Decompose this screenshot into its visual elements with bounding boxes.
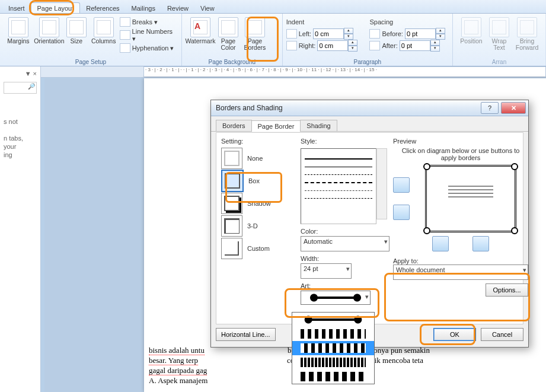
dialog-tabs: Borders Page Border Shading (211, 116, 528, 132)
nav-search-input[interactable] (4, 82, 37, 94)
style-scrollbar[interactable] (376, 148, 387, 219)
setting-custom[interactable]: Custom (221, 237, 296, 260)
indent-right-icon (286, 41, 297, 50)
page-borders-icon (245, 17, 265, 37)
art-option-icon (301, 329, 366, 339)
preview-hint: Click on diagram below or use buttons to… (393, 147, 528, 161)
art-option-icon (301, 358, 366, 367)
indent-right-input[interactable] (317, 40, 348, 51)
position-button: Position (456, 15, 486, 51)
horizontal-ruler[interactable]: · 3 · | · 2 · | · 1 · | · · | · 1 · | · … (143, 66, 546, 77)
page-color-icon (218, 17, 238, 37)
bring-forward-button: Bring Forward (512, 15, 542, 51)
dialog-title: Borders and Shading (216, 104, 283, 112)
columns-button[interactable]: Columns (89, 15, 119, 54)
preview-right-button[interactable] (472, 236, 489, 251)
tab-view[interactable]: View (194, 3, 221, 13)
indent-left-icon (286, 29, 297, 39)
gear-art-icon (307, 294, 364, 302)
tab-page-layout[interactable]: Page Layout (31, 2, 81, 13)
wrap-text-button: Wrap Text (487, 15, 511, 51)
art-option-icon (301, 372, 366, 381)
box-icon (221, 170, 244, 192)
tab-shading[interactable]: Shading (300, 120, 337, 131)
shadow-icon (221, 193, 242, 214)
setting-box[interactable]: Box (221, 170, 296, 192)
group-label-arrange: Arran (453, 59, 545, 65)
spacing-before-icon (369, 29, 380, 39)
hyphenation-button[interactable]: Hyphenation ▾ (120, 42, 178, 54)
preview-bottom-button[interactable] (393, 205, 410, 220)
style-column: Style: Color: Automatic Width: 24 pt Art… (301, 138, 388, 319)
threeD-icon (221, 215, 242, 237)
art-label: Art: (301, 282, 311, 289)
apply-to-combo[interactable]: Whole document (393, 264, 528, 280)
margins-button[interactable]: Margins (4, 15, 33, 54)
spacing-before-input[interactable] (405, 28, 436, 39)
spin-down[interactable]: ▾ (344, 34, 353, 40)
breaks-button[interactable]: Breaks ▾ (120, 16, 178, 28)
size-button[interactable]: Size (65, 15, 88, 54)
preview-page[interactable] (425, 165, 516, 232)
setting-shadow[interactable]: Shadow (221, 192, 296, 215)
spin-up[interactable]: ▴ (344, 28, 353, 34)
preview-left-button[interactable] (432, 236, 449, 251)
watermark-button[interactable]: AWatermark (186, 15, 215, 51)
tab-mailings[interactable]: Mailings (126, 3, 161, 13)
spacing-after-input[interactable] (400, 40, 430, 51)
tab-page-border[interactable]: Page Border (251, 120, 301, 132)
preview-top-button[interactable] (393, 177, 410, 193)
tab-insert[interactable]: Insert (2, 3, 31, 13)
spacing-before-label: Before: (382, 30, 403, 37)
setting-none[interactable]: None (221, 147, 296, 170)
width-combo[interactable]: 24 pt (301, 263, 352, 279)
hyphenation-icon (120, 43, 130, 53)
art-dropdown-list[interactable] (292, 312, 375, 384)
art-combo[interactable] (301, 291, 371, 305)
navigation-pane: ▼ × s notn tabs, your ing (0, 66, 41, 392)
horizontal-line-button[interactable]: Horizontal Line... (216, 328, 276, 341)
watermark-icon: A (190, 17, 210, 37)
group-label-paragraph: Paragraph (283, 59, 452, 65)
indent-left-input[interactable] (313, 28, 344, 39)
setting-label: Setting: (221, 138, 296, 145)
ok-button[interactable]: OK (433, 328, 476, 341)
margins-icon (8, 17, 28, 37)
nav-message: s notn tabs, your ing (4, 117, 37, 159)
forward-icon (517, 17, 537, 37)
nav-close-button[interactable]: ▼ × (25, 70, 37, 77)
line-numbers-icon (120, 30, 130, 40)
cancel-button[interactable]: Cancel (481, 328, 523, 341)
setting-column: Setting: None Box Shadow 3-D Custom (221, 138, 296, 319)
wrap-icon (489, 17, 509, 37)
orientation-button[interactable]: Orientation (34, 15, 64, 54)
setting-3d[interactable]: 3-D (221, 215, 296, 237)
ribbon-tabs: Insert Page Layout References Mailings R… (0, 0, 546, 14)
custom-icon (221, 238, 242, 259)
size-icon (66, 17, 87, 37)
group-label-page-setup: Page Setup (0, 59, 181, 65)
tab-references[interactable]: References (80, 3, 125, 13)
art-option-icon (301, 343, 366, 353)
style-listbox[interactable] (301, 148, 376, 224)
close-button[interactable]: ✕ (501, 102, 526, 114)
help-button[interactable]: ? (481, 102, 499, 114)
spacing-after-label: After: (382, 42, 397, 49)
borders-and-shading-dialog: Borders and Shading ? ✕ Borders Page Bor… (210, 100, 529, 348)
color-combo[interactable]: Automatic (301, 236, 389, 251)
page-borders-button[interactable]: Page Borders (241, 15, 269, 51)
tab-borders[interactable]: Borders (216, 120, 252, 131)
tab-review[interactable]: Review (161, 3, 194, 13)
spacing-heading: Spacing (369, 16, 445, 28)
preview-label: Preview (393, 138, 528, 145)
dialog-titlebar[interactable]: Borders and Shading ? ✕ (211, 100, 528, 116)
line-numbers-button[interactable]: Line Numbers ▾ (120, 29, 178, 41)
options-button[interactable]: Options... (486, 283, 528, 297)
orientation-icon (39, 17, 59, 37)
group-label-page-background: Page Background (182, 59, 282, 65)
spacing-after-icon (369, 41, 380, 50)
columns-icon (94, 17, 114, 37)
apply-to-label: Apply to: (393, 257, 419, 264)
page-color-button[interactable]: Page Color (216, 15, 240, 51)
indent-right-label: Right: (299, 42, 316, 49)
